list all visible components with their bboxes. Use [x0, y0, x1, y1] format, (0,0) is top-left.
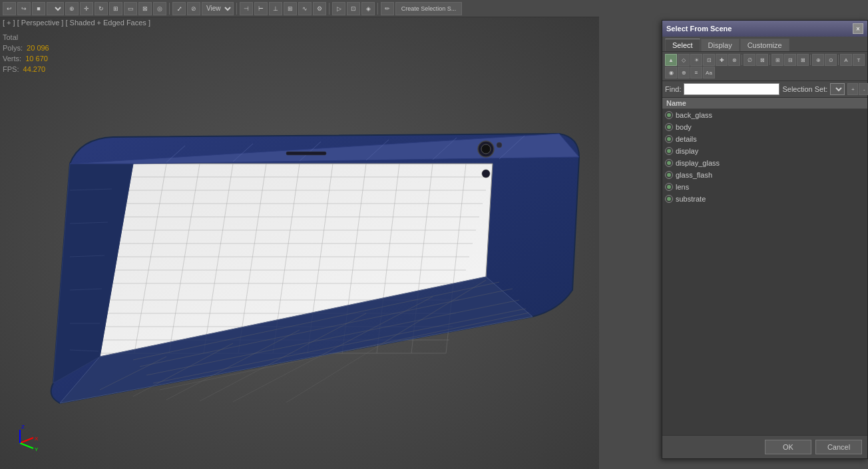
phone-model-svg: X Y Z — [0, 17, 599, 469]
dialog-close-button[interactable]: × — [853, 23, 863, 34]
list-item[interactable]: details — [662, 133, 867, 145]
layer-button[interactable]: ⊞ — [284, 2, 297, 15]
filter-dropdown[interactable]: All — [47, 2, 64, 15]
svg-text:Y: Y — [35, 446, 39, 452]
dialog-tabs: Select Display Customize — [662, 37, 867, 52]
create-sel-button[interactable]: Create Selection S... — [395, 2, 462, 15]
sel-set-add-icon[interactable]: + — [847, 83, 858, 95]
sort-by-name-button[interactable]: A — [840, 54, 852, 66]
sort-by-size-button[interactable]: ⊕ — [678, 67, 690, 78]
svg-line-56 — [20, 443, 33, 448]
object-name-substrate: substrate — [676, 195, 706, 203]
none-button[interactable]: ∅ — [744, 54, 756, 66]
dialog-title-text: Select From Scene — [666, 25, 732, 33]
scale-button[interactable]: ⊞ — [109, 2, 122, 15]
invert-button[interactable]: ⊠ — [756, 54, 768, 66]
select-from-scene-dialog: Select From Scene × Select Display Custo… — [662, 20, 868, 459]
view-dropdown[interactable]: View — [202, 2, 234, 15]
selection-set-dropdown[interactable] — [830, 83, 845, 95]
object-name-glass-flash: glass_flash — [676, 171, 712, 179]
all-geo-button[interactable]: ▲ — [665, 54, 677, 66]
align-button[interactable]: ⊢ — [254, 2, 268, 15]
redo-button[interactable]: ↪ — [17, 2, 31, 15]
select-region-button[interactable]: ▭ — [124, 2, 137, 15]
svg-rect-53 — [286, 152, 326, 155]
select-button[interactable]: ⊕ — [65, 2, 79, 15]
tab-customize[interactable]: Customize — [740, 39, 789, 51]
list-item[interactable]: body — [662, 121, 867, 133]
list-item[interactable]: display — [662, 145, 867, 157]
select-none-button2[interactable]: ⊟ — [784, 54, 796, 66]
radio-display-glass[interactable] — [665, 159, 673, 167]
pencil-button[interactable]: ✏ — [381, 2, 394, 15]
spacewarps-button[interactable]: ⊗ — [728, 54, 740, 66]
align2-button[interactable]: ⊥ — [269, 2, 282, 15]
list-item[interactable]: glass_flash — [662, 169, 867, 181]
object-name-display: display — [676, 147, 698, 155]
object-name-back-glass: back_glass — [676, 111, 712, 119]
lights-button[interactable]: ☀ — [690, 54, 702, 66]
dlg-sep-3 — [810, 55, 811, 65]
dialog-footer: OK Cancel — [662, 435, 867, 458]
cameras-button[interactable]: ⊡ — [703, 54, 715, 66]
toolbar-sep-1 — [169, 3, 170, 15]
sel-dependents-button[interactable]: ⊙ — [825, 54, 837, 66]
svg-line-55 — [20, 438, 33, 443]
list-item[interactable]: lens — [662, 181, 867, 193]
find-label: Find: — [665, 85, 681, 93]
svg-point-51 — [481, 144, 491, 154]
list-item[interactable]: substrate — [662, 193, 867, 205]
render-button[interactable]: ▷ — [332, 2, 345, 15]
snap-button[interactable]: ◎ — [153, 2, 166, 15]
select-filter-button[interactable]: ■ — [32, 2, 45, 15]
radio-details[interactable] — [665, 135, 673, 143]
radio-back-glass[interactable] — [665, 111, 673, 119]
sort-by-type-button[interactable]: T — [853, 54, 865, 66]
radio-substrate[interactable] — [665, 195, 673, 203]
material-button[interactable]: ◈ — [361, 2, 375, 15]
cancel-button[interactable]: Cancel — [815, 440, 862, 454]
sel-set-remove-icon[interactable]: - — [859, 83, 868, 95]
list-item[interactable]: back_glass — [662, 109, 867, 121]
list-item[interactable]: display_glass — [662, 157, 867, 169]
ok-button[interactable]: OK — [765, 440, 811, 454]
object-name-body: body — [676, 123, 692, 131]
radio-body[interactable] — [665, 123, 673, 131]
dialog-toolbar: ▲ ◇ ☀ ⊡ ✚ ⊗ ∅ ⊠ ⊞ ⊟ ⊠ ⊕ ⊙ A T ◉ ⊕ ≡ Aa — [662, 52, 867, 81]
link-button[interactable]: ⑇ — [172, 2, 186, 15]
move-button[interactable]: ✛ — [80, 2, 93, 15]
tab-display[interactable]: Display — [701, 39, 740, 51]
find-row: Find: Selection Set: + - ▶ ▼ — [662, 81, 867, 98]
helpers-button[interactable]: ✚ — [716, 54, 728, 66]
svg-text:Z: Z — [21, 424, 25, 430]
mirror-button[interactable]: ⊣ — [240, 2, 253, 15]
radio-glass-flash[interactable] — [665, 171, 673, 179]
dialog-titlebar[interactable]: Select From Scene × — [662, 21, 867, 37]
render2-button[interactable]: ⊡ — [347, 2, 360, 15]
rotate-button[interactable]: ↻ — [95, 2, 108, 15]
object-name-details: details — [676, 135, 697, 143]
window-crossing-button[interactable]: ⊠ — [138, 2, 152, 15]
svg-point-52 — [497, 142, 502, 148]
unlink-button[interactable]: ⊘ — [187, 2, 200, 15]
find-input[interactable] — [684, 83, 779, 95]
toolbar-sep-4 — [377, 3, 378, 15]
case-sensitive-button[interactable]: Aa — [703, 67, 715, 78]
tab-select[interactable]: Select — [665, 39, 700, 51]
tools-button[interactable]: ⚙ — [313, 2, 326, 15]
object-name-display-glass: display_glass — [676, 159, 720, 167]
select-invert-button[interactable]: ⊠ — [797, 54, 809, 66]
curve-button[interactable]: ∿ — [298, 2, 312, 15]
toolbar-sep-2 — [236, 3, 237, 15]
select-all-button[interactable]: ⊞ — [771, 54, 783, 66]
svg-text:X: X — [35, 436, 39, 442]
top-toolbar: ↩ ↪ ■ All ⊕ ✛ ↻ ⊞ ▭ ⊠ ◎ ⑇ ⊘ View ⊣ ⊢ ⊥ ⊞… — [0, 0, 599, 17]
sort-by-color-button[interactable]: ◉ — [665, 67, 677, 78]
undo-button[interactable]: ↩ — [3, 2, 16, 15]
display-subtree-button[interactable]: ⊕ — [812, 54, 824, 66]
object-list[interactable]: back_glass body details display display_… — [662, 109, 867, 435]
radio-lens[interactable] — [665, 183, 673, 191]
radio-display[interactable] — [665, 147, 673, 155]
list-type-button[interactable]: ≡ — [690, 67, 702, 78]
shapes-button[interactable]: ◇ — [678, 54, 690, 66]
